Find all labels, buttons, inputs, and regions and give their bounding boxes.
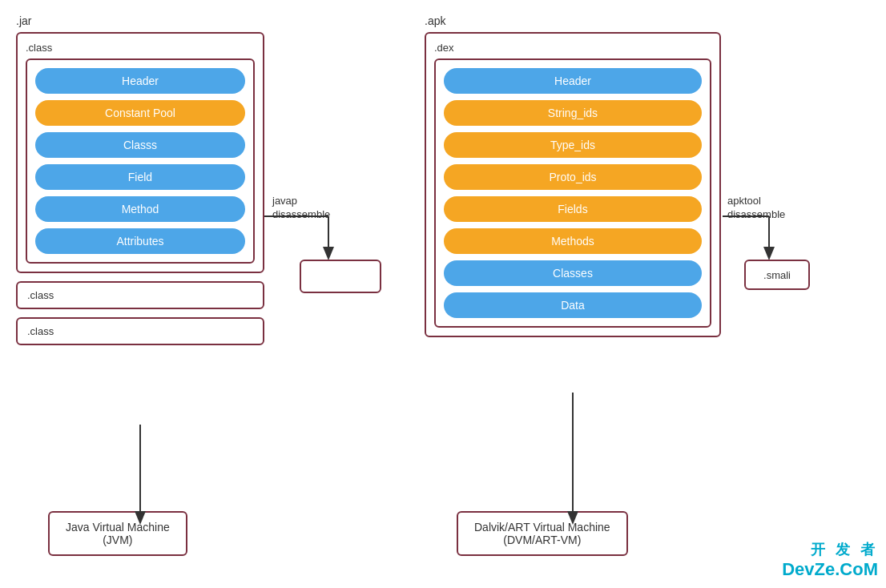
svg-marker-12 <box>763 247 775 260</box>
dvm-container: Dalvik/ART Virtual Machine (DVM/ART-VM) <box>457 511 628 556</box>
jar-class-extra-1: .class <box>16 281 264 309</box>
jvm-line2: (JVM) <box>66 534 170 546</box>
watermark-bottom: DevZe.CoM <box>782 559 878 580</box>
jar-label: .jar <box>16 14 288 27</box>
svg-text:.smali: .smali <box>763 269 791 281</box>
dex-label: .dex <box>434 42 711 54</box>
apk-inner-box: Header String_ids Type_ids Proto_ids Fie… <box>434 58 711 328</box>
apk-label: .apk <box>425 14 721 27</box>
svg-text:disassemble: disassemble <box>727 208 785 220</box>
apk-classes: Classes <box>444 260 702 286</box>
apk-section: .apk .dex Header String_ids Type_ids Pro… <box>425 14 721 337</box>
apk-string-ids: String_ids <box>444 100 702 126</box>
jar-classs: Classs <box>35 132 245 158</box>
svg-rect-15 <box>745 260 809 289</box>
jar-class-extra-2: .class <box>16 317 264 345</box>
dvm-line1: Dalvik/ART Virtual Machine <box>474 521 610 534</box>
apk-data: Data <box>444 292 702 318</box>
svg-rect-9 <box>300 260 381 292</box>
apk-type-ids: Type_ids <box>444 132 702 158</box>
jar-constant-pool: Constant Pool <box>35 100 245 126</box>
apk-methods: Methods <box>444 228 702 254</box>
apk-header: Header <box>444 68 702 94</box>
apk-fields: Fields <box>444 196 702 222</box>
dvm-line2: (DVM/ART-VM) <box>474 534 610 546</box>
watermark: 开 发 者 DevZe.CoM <box>782 540 878 580</box>
svg-text:apktool: apktool <box>727 195 761 207</box>
jar-field: Field <box>35 164 245 190</box>
class-label-jar: .class <box>26 42 255 54</box>
svg-marker-6 <box>323 247 334 260</box>
jar-section: .jar .class Header Constant Pool Classs … <box>16 14 288 345</box>
jvm-container: Java Virtual Machine (JVM) <box>48 511 187 556</box>
jvm-line1: Java Virtual Machine <box>66 521 170 534</box>
jar-header: Header <box>35 68 245 94</box>
apk-outer-box: .dex Header String_ids Type_ids Proto_id… <box>425 32 721 337</box>
dvm-box: Dalvik/ART Virtual Machine (DVM/ART-VM) <box>457 511 628 556</box>
apk-proto-ids: Proto_ids <box>444 164 702 190</box>
watermark-top: 开 发 者 <box>782 540 878 559</box>
jar-inner-box: Header Constant Pool Classs Field Method… <box>26 58 255 264</box>
jar-method: Method <box>35 196 245 222</box>
jar-attributes: Attributes <box>35 228 245 254</box>
jvm-box: Java Virtual Machine (JVM) <box>48 511 187 556</box>
jar-outer-box: .class Header Constant Pool Classs Field… <box>16 32 264 273</box>
